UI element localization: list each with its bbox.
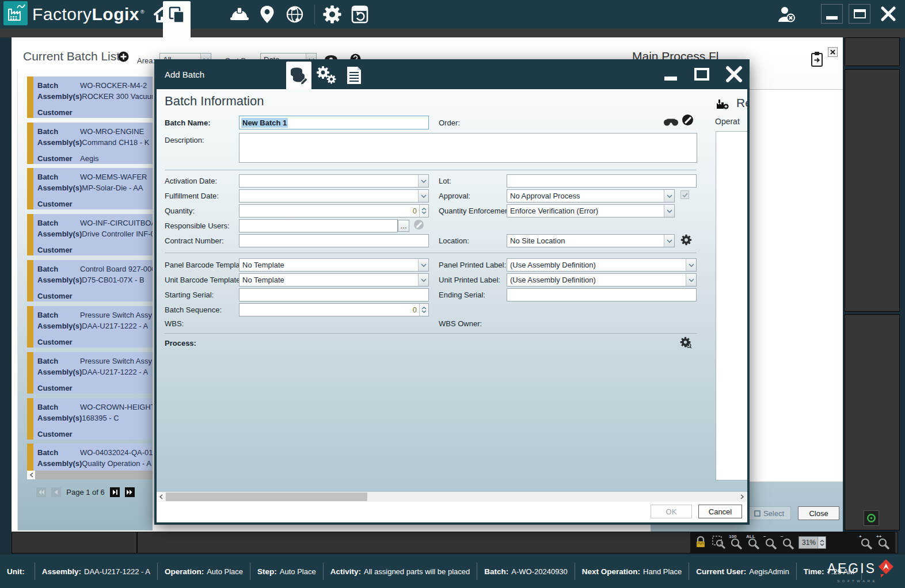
description-textarea[interactable] <box>239 133 697 163</box>
ending-serial-input[interactable] <box>507 288 697 301</box>
close-button[interactable] <box>876 4 900 24</box>
status-separator <box>157 563 158 580</box>
spinner-arrows-icon[interactable] <box>419 304 428 316</box>
batch-card[interactable]: BatchControl Board 927-0002 Assembly(s)D… <box>27 260 153 301</box>
location-settings-gear-icon[interactable] <box>680 234 692 248</box>
page-indicator: Page 1 of 6 <box>66 488 105 497</box>
zoom-100-icon[interactable]: 100 <box>729 536 743 549</box>
chevron-down-icon <box>418 190 428 202</box>
close-panel-button[interactable]: Close <box>798 506 839 520</box>
hardhat-icon[interactable] <box>229 3 250 26</box>
backup-restore-icon[interactable] <box>349 3 371 26</box>
operations-listbox[interactable] <box>716 131 747 480</box>
zoom-all-icon[interactable]: ALL <box>747 536 760 549</box>
batch-card[interactable]: BatchPressure Switch Assy 03 Assembly(s)… <box>27 306 153 348</box>
panel-barcode-template-combo[interactable]: No Template <box>239 258 429 272</box>
scroll-left-icon[interactable] <box>27 471 35 479</box>
status-bar: Unit: Assembly:DAA-U217-1222 - A Operati… <box>0 555 905 588</box>
batch-card[interactable]: BatchWO-MRO-ENGINE Assembly(s)Command CH… <box>27 123 153 164</box>
first-page-button[interactable] <box>36 487 46 497</box>
chevron-down-icon <box>418 274 428 286</box>
status-separator <box>477 563 477 580</box>
starting-serial-input[interactable] <box>239 288 429 301</box>
zoom-out-step-icon[interactable]: − <box>781 536 795 549</box>
zoom-in-icon[interactable]: + <box>860 536 873 549</box>
select-button[interactable]: Select <box>747 506 791 520</box>
process-settings-gear-icon[interactable] <box>679 337 691 351</box>
settings-gear-icon[interactable] <box>321 3 343 26</box>
lock-icon[interactable] <box>695 536 709 549</box>
spinner-arrows-icon[interactable] <box>419 205 428 217</box>
dialog-titlebar[interactable]: Add Batch <box>157 59 747 89</box>
batch-card[interactable]: BatchWO-CROWN-HEIGHT-A0 Assembly(s)16839… <box>27 398 153 440</box>
batch-card[interactable]: BatchWO-ROCKER-M4-2 Assembly(s)ROCKER 30… <box>27 77 153 118</box>
status-indicator-icon[interactable] <box>864 510 879 526</box>
approval-combo[interactable]: No Approval Process <box>507 189 675 203</box>
batch-card[interactable]: BatchWO-INF-CIRCUITBOARD Assembly(s)Driv… <box>27 214 153 255</box>
prev-page-button[interactable] <box>51 487 61 497</box>
order-clear-icon[interactable] <box>682 114 693 125</box>
scrollbar-thumb[interactable] <box>35 471 153 479</box>
status-separator <box>323 563 324 580</box>
lot-input[interactable] <box>507 174 697 188</box>
ending-serial-label: Ending Serial: <box>439 291 485 299</box>
next-page-button[interactable] <box>110 487 120 497</box>
batch-name-input[interactable]: New Batch 1 <box>239 116 429 129</box>
chevron-down-icon <box>418 175 428 187</box>
batch-card[interactable]: BatchPressure Switch Assy 02 Assembly(s)… <box>27 352 153 394</box>
spinner-arrows-icon[interactable] <box>817 537 826 548</box>
dialog-title: Add Batch <box>165 70 204 79</box>
dialog-hscrollbar[interactable] <box>157 492 747 502</box>
dialog-minimize-button[interactable] <box>660 65 682 83</box>
ok-button-disabled[interactable]: OK <box>651 505 692 518</box>
tab-batches-active[interactable] <box>163 1 191 37</box>
location-pin-icon[interactable] <box>256 3 278 26</box>
fulfillment-date-combo[interactable] <box>239 189 429 203</box>
responsible-users-browse-button[interactable]: … <box>398 220 409 232</box>
divider <box>165 253 697 253</box>
tab-batch-notes[interactable] <box>341 62 367 89</box>
area-label: Area: <box>137 56 155 65</box>
dialog-maximize-button[interactable] <box>691 65 713 83</box>
location-combo[interactable]: No Site Location <box>507 234 675 247</box>
zoom-select-icon[interactable] <box>712 536 726 549</box>
batch-list-hscrollbar[interactable] <box>27 471 153 479</box>
responsible-users-input[interactable] <box>239 219 398 232</box>
order-search-binoculars-icon[interactable] <box>663 117 679 129</box>
zoom-out-icon[interactable]: − <box>764 536 778 549</box>
activation-date-combo[interactable] <box>239 174 429 188</box>
customer-field-label: Customer <box>37 107 80 118</box>
tab-batch-data[interactable] <box>286 62 311 89</box>
clipboard-icon[interactable] <box>811 51 823 70</box>
add-batch-plus-icon[interactable] <box>118 51 129 64</box>
minimize-button[interactable] <box>821 4 843 24</box>
logout-user-icon[interactable] <box>775 3 797 26</box>
globe-icon[interactable] <box>284 3 306 26</box>
dialog-close-button[interactable] <box>723 65 745 83</box>
batch-card[interactable]: BatchWO-MEMS-WAFER Assembly(s)MP-Solar-D… <box>27 168 153 209</box>
unit-printed-label-combo[interactable]: (Use Assembly Definition) <box>507 273 697 287</box>
contract-number-input[interactable] <box>239 234 429 247</box>
tab-batch-settings[interactable] <box>314 62 339 89</box>
quantity-enforcement-combo[interactable]: Enforce Verification (Error) <box>507 204 675 217</box>
zoom-level-spinner[interactable]: 31% <box>798 536 826 549</box>
zoom-controls: 100 ALL − − 31% <box>690 532 895 553</box>
status-current-user: Current User:AegisAdmin <box>696 567 789 576</box>
batch-sequence-stepper[interactable]: 0 <box>239 303 429 316</box>
quantity-stepper[interactable]: 0 <box>239 204 429 217</box>
last-page-button[interactable] <box>125 487 135 497</box>
batch-name-label: Batch Name: <box>165 119 210 127</box>
status-batch: Batch:A-WO-20240930 <box>484 567 568 576</box>
dialog-body: Batch Information Batch Name: New Batch … <box>157 89 747 522</box>
cancel-button[interactable]: Cancel <box>698 505 742 518</box>
scrollbar-thumb[interactable] <box>166 492 367 501</box>
maximize-button[interactable] <box>849 4 870 24</box>
batch-card[interactable]: BatchWO-04032024-QA-01 Assembly(s)Qualit… <box>27 444 153 471</box>
panel-printed-label-combo[interactable]: (Use Assembly Definition) <box>507 258 697 272</box>
approval-checkbox-disabled <box>680 190 689 199</box>
scroll-left-icon[interactable] <box>157 492 165 501</box>
unit-barcode-template-combo[interactable]: No Template <box>239 273 429 287</box>
scroll-right-icon[interactable] <box>738 492 746 501</box>
zoom-in-step-icon[interactable]: ++ <box>877 536 891 549</box>
panel-close-icon[interactable] <box>828 47 838 57</box>
